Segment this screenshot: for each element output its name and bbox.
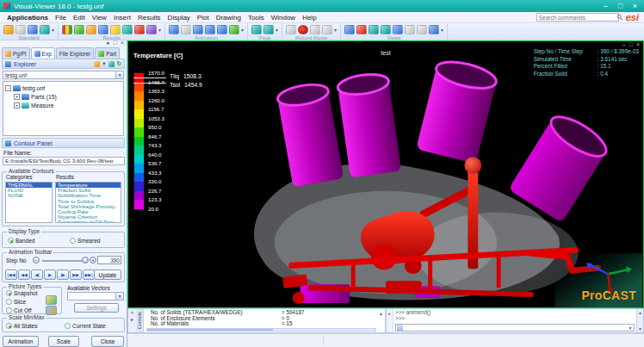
command-history-icon[interactable]: [397, 325, 403, 331]
xy-plot-icon[interactable]: [146, 25, 157, 34]
expand-icon[interactable]: +: [14, 94, 20, 100]
menu-display[interactable]: Display: [164, 14, 194, 22]
vectors-combo-arrow-icon[interactable]: ▾: [115, 293, 123, 300]
console-hscrollbar[interactable]: [146, 328, 376, 332]
radio-banded[interactable]: Banded: [8, 238, 34, 244]
fast-back-button[interactable]: ◀◀: [18, 270, 30, 280]
prev-frame-icon[interactable]: [193, 25, 203, 34]
tab-file-explorer[interactable]: File Explorer: [56, 47, 94, 59]
slice-tool-button[interactable]: [46, 295, 57, 305]
menu-file[interactable]: File: [52, 14, 70, 22]
hotspot-icon[interactable]: [134, 25, 145, 34]
annotate-icon[interactable]: [356, 25, 367, 34]
scale-button[interactable]: Scale: [48, 336, 79, 347]
probe-icon[interactable]: [122, 25, 133, 34]
viewport-minimize-icon[interactable]: –: [622, 41, 626, 47]
command-vscrollbar[interactable]: ▲▼: [636, 309, 643, 332]
menu-view[interactable]: View: [89, 14, 110, 22]
next-frame-icon[interactable]: [217, 25, 227, 34]
first-step-button[interactable]: |◀◀: [5, 270, 17, 280]
close-button[interactable]: ×: [629, 1, 641, 11]
section-icon[interactable]: [98, 25, 108, 34]
console-tab[interactable]: Console: [136, 309, 144, 332]
command-dropdown-icon[interactable]: ▾: [627, 325, 634, 331]
standard-more-icon[interactable]: ▾: [52, 27, 54, 33]
command-input[interactable]: ▾: [395, 324, 635, 332]
pause-icon[interactable]: [310, 25, 320, 34]
maximize-button[interactable]: □: [615, 1, 626, 11]
stop-icon[interactable]: [322, 25, 332, 34]
settings-button[interactable]: Settings: [74, 303, 119, 313]
list-item[interactable]: Temperature at Fill Time: [56, 220, 121, 223]
record-icon[interactable]: [298, 25, 308, 34]
cutoff-tool-button[interactable]: [46, 306, 57, 315]
menu-tools[interactable]: Tools: [245, 14, 268, 22]
tree-item-parts[interactable]: + Parts (15): [5, 92, 121, 101]
center-view-icon[interactable]: [429, 25, 439, 34]
menu-window[interactable]: Window: [268, 14, 299, 22]
contour-icon[interactable]: [62, 25, 72, 34]
pan-icon[interactable]: [381, 25, 391, 34]
file-name-field[interactable]: [3, 157, 125, 165]
refresh-icon[interactable]: ↻: [117, 60, 121, 67]
vectors-combo[interactable]: ▾: [67, 292, 124, 301]
page-more-icon[interactable]: ▾: [276, 27, 278, 33]
step-slider-track[interactable]: [42, 260, 87, 262]
console-scroll-up-icon[interactable]: ▲: [378, 311, 384, 316]
film-icon[interactable]: [286, 25, 296, 34]
results-more-icon[interactable]: ▾: [158, 27, 161, 33]
list-item[interactable]: NONE: [6, 193, 52, 198]
menu-edit[interactable]: Edit: [70, 14, 89, 22]
step-plus-button[interactable]: +: [90, 257, 96, 263]
close-panel-button[interactable]: Close: [91, 336, 124, 347]
tab-explorer[interactable]: Exp: [31, 47, 55, 59]
step-back-button[interactable]: ◀|: [31, 270, 43, 280]
menu-help[interactable]: Help: [299, 14, 319, 22]
paste-icon[interactable]: [40, 25, 50, 34]
step-value-field[interactable]: [97, 256, 121, 264]
radio-current-state[interactable]: Current State: [65, 323, 106, 329]
step-forward-button[interactable]: |▶: [57, 270, 69, 280]
rotate-view-icon[interactable]: [368, 25, 379, 34]
search-input[interactable]: [537, 15, 616, 21]
filter-icon[interactable]: [94, 61, 100, 67]
dock-pin-icon[interactable]: ▸: [107, 40, 110, 47]
radio-slice[interactable]: Slice: [6, 299, 26, 305]
collapse-icon[interactable]: -: [5, 85, 11, 91]
copy-icon[interactable]: [28, 25, 38, 34]
radio-snapshot[interactable]: Snapshot: [6, 290, 37, 296]
export-animation-icon[interactable]: [229, 25, 239, 34]
record-more-icon[interactable]: ▾: [334, 27, 337, 33]
radio-all-states[interactable]: All States: [6, 323, 37, 329]
animation-button[interactable]: Animation: [3, 336, 39, 347]
step-slider-handle[interactable]: [82, 257, 89, 263]
axis-icon[interactable]: [344, 25, 355, 34]
palette-icon[interactable]: [110, 25, 121, 34]
tab-pg-pl[interactable]: Pg/Pl: [2, 47, 30, 59]
command-console[interactable]: ▸ >>> animend() >>> ▾ ▲▼: [385, 309, 643, 332]
tree-item-measure[interactable]: + Measure: [5, 101, 121, 109]
menu-drawing[interactable]: Drawing: [213, 14, 245, 22]
fast-forward-button[interactable]: ▶▶: [70, 270, 82, 280]
menu-applications[interactable]: Applications: [3, 14, 52, 22]
zoom-icon[interactable]: [405, 25, 415, 34]
zoom-area-icon[interactable]: [417, 25, 427, 34]
fit-view-icon[interactable]: [393, 25, 403, 34]
combo-arrow-icon[interactable]: ▾: [115, 71, 123, 78]
animate-icon[interactable]: [169, 25, 179, 34]
animation-more-icon[interactable]: ▾: [241, 27, 244, 33]
console-close-icon[interactable]: ×: [131, 310, 134, 315]
first-frame-icon[interactable]: [181, 25, 191, 34]
menu-insert[interactable]: Insert: [110, 14, 134, 22]
play-button[interactable]: ▶: [44, 270, 56, 280]
views-more-icon[interactable]: ▾: [441, 27, 443, 33]
menu-results[interactable]: Results: [134, 14, 164, 22]
3d-model[interactable]: [128, 41, 643, 307]
viewport-close-icon[interactable]: ×: [636, 41, 640, 47]
update-button[interactable]: Update: [94, 270, 121, 280]
console-output[interactable]: No. of Solids (TETRA/HEXA/WEDGE)= 594187…: [144, 309, 385, 332]
viewport-3d[interactable]: – □ × test Temperature [C]: [127, 40, 644, 308]
radio-cutoff[interactable]: Cut Off: [6, 307, 31, 313]
tab-part[interactable]: Part: [95, 47, 120, 59]
console-pin-icon[interactable]: ▸: [131, 316, 133, 322]
